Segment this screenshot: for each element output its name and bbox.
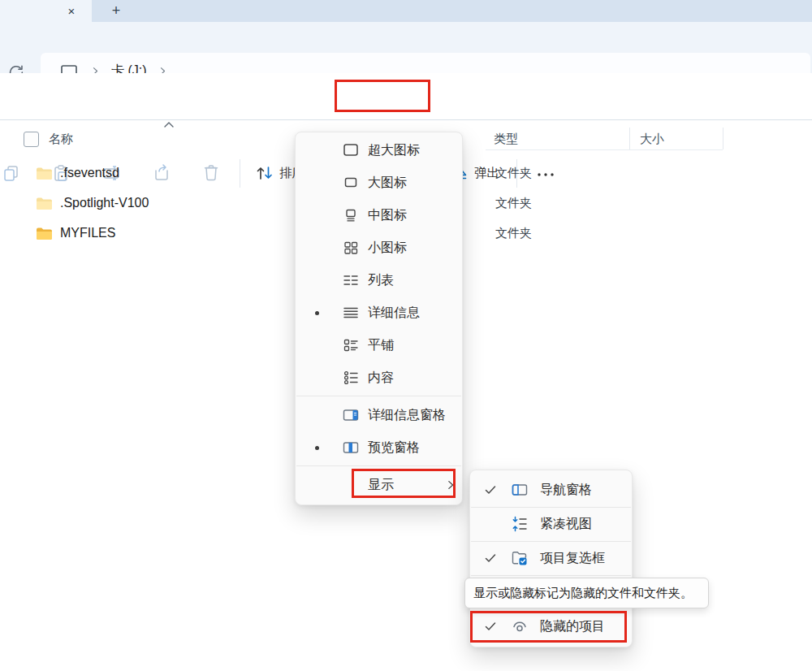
submenu-item-item-checkboxes[interactable]: 项目复选框 (470, 542, 632, 574)
menu-item-details-pane[interactable]: 详细信息窗格 (296, 399, 462, 431)
file-row[interactable]: .fseventsd (36, 163, 119, 183)
menu-item-label: 平铺 (368, 329, 394, 361)
menu-item-tiles[interactable]: 平铺 (296, 329, 462, 361)
menu-item-show[interactable]: 显示 (296, 469, 462, 501)
submenu-item-navigation-pane[interactable]: 导航窗格 (470, 474, 632, 506)
menu-item-extra-large-icons[interactable]: 超大图标 (296, 134, 462, 167)
menu-item-label: 小图标 (368, 232, 407, 264)
large-icons-icon (342, 174, 360, 192)
compact-view-icon (511, 515, 529, 533)
menu-item-label: 显示 (368, 469, 394, 501)
submenu-item-label: 导航窗格 (540, 474, 592, 506)
details-view-icon (342, 304, 360, 322)
menu-item-details[interactable]: 详细信息 (296, 297, 462, 329)
checkmark-icon (484, 620, 497, 633)
item-checkboxes-icon (511, 549, 529, 567)
sort-button[interactable] (255, 164, 273, 182)
menu-separator (471, 575, 631, 576)
sort-ascending-icon (163, 121, 175, 128)
file-row[interactable]: MYFILES (36, 223, 115, 243)
menu-item-label: 预览窗格 (368, 431, 420, 464)
file-name: MYFILES (60, 226, 115, 240)
file-name: .fseventsd (60, 166, 119, 180)
selected-bullet (315, 446, 319, 450)
submenu-item-label: 紧凑视图 (540, 508, 592, 540)
command-toolbar: A 排序 查看 弹出 (0, 73, 812, 120)
column-separator[interactable] (723, 128, 723, 149)
menu-item-label: 详细信息 (368, 297, 420, 329)
trash-icon (202, 164, 220, 182)
menu-item-label: 详细信息窗格 (368, 399, 446, 431)
menu-separator (296, 465, 461, 466)
copy-icon (2, 164, 20, 182)
new-tab-button[interactable]: + (106, 0, 126, 22)
menu-item-small-icons[interactable]: 小图标 (296, 232, 462, 264)
small-icons-icon (342, 239, 360, 257)
more-icon (536, 164, 555, 182)
preview-pane-icon (342, 439, 360, 457)
file-row[interactable]: .Spotlight-V100 (36, 193, 149, 213)
column-header-name[interactable]: 名称 (49, 132, 73, 147)
details-pane-icon (342, 406, 360, 424)
share-icon (153, 164, 171, 182)
hidden-items-eye-icon (511, 617, 529, 635)
hidden-items-tooltip: 显示或隐藏标记为隐藏的文件和文件夹。 (464, 578, 709, 608)
copy-button[interactable] (2, 164, 20, 182)
submenu-item-label: 隐藏的项目 (540, 610, 605, 643)
file-type: 文件夹 (495, 223, 532, 243)
column-separator[interactable] (629, 128, 630, 149)
menu-item-content[interactable]: 内容 (296, 361, 462, 394)
navigation-pane-icon (511, 481, 529, 499)
list-view-icon (342, 271, 360, 289)
delete-button[interactable] (202, 164, 220, 182)
file-type: 文件夹 (495, 163, 532, 183)
column-header-type[interactable]: 类型 (494, 132, 518, 147)
content-view-icon (342, 369, 360, 387)
extra-large-icons-icon (342, 141, 360, 159)
sort-icon (255, 164, 274, 182)
more-options-button[interactable] (536, 164, 554, 182)
share-button[interactable] (153, 164, 171, 182)
submenu-item-label: 项目复选框 (540, 542, 605, 574)
menu-item-label: 列表 (368, 264, 394, 297)
folder-icon (36, 167, 53, 180)
toolbar-divider (240, 159, 240, 188)
submenu-item-hidden-items[interactable]: 隐藏的项目 (470, 610, 632, 643)
tab-strip: × + (0, 0, 812, 22)
checkmark-icon (484, 552, 497, 565)
tab-close-button[interactable]: × (62, 0, 81, 22)
folder-icon (36, 227, 53, 240)
menu-item-label: 大图标 (368, 167, 407, 199)
file-name: .Spotlight-V100 (60, 196, 149, 210)
view-menu: 超大图标 大图标 中图标 小图标 列表 详细信息 (295, 132, 463, 505)
menu-item-preview-pane[interactable]: 预览窗格 (296, 431, 462, 464)
menu-item-list[interactable]: 列表 (296, 264, 462, 297)
menu-item-label: 中图标 (368, 199, 407, 232)
select-all-checkbox[interactable] (24, 132, 39, 147)
submenu-item-compact-view[interactable]: 紧凑视图 (470, 508, 632, 540)
column-header-size[interactable]: 大小 (640, 132, 664, 147)
checkmark-icon (484, 483, 497, 496)
tiles-view-icon (342, 336, 360, 354)
menu-item-label: 超大图标 (368, 134, 420, 167)
medium-icons-icon (342, 206, 360, 224)
selected-bullet (315, 311, 319, 315)
menu-separator (296, 396, 461, 396)
menu-item-large-icons[interactable]: 大图标 (296, 167, 462, 199)
header-underline (486, 149, 723, 150)
show-submenu: 导航窗格 紧凑视图 项目复选框 隐藏的项目 (469, 470, 633, 647)
folder-icon (36, 197, 53, 210)
file-type: 文件夹 (495, 193, 532, 213)
menu-item-label: 内容 (368, 361, 394, 394)
menu-item-medium-icons[interactable]: 中图标 (296, 199, 462, 232)
submenu-arrow-icon (445, 479, 456, 491)
address-row: 卡 (J:) (0, 22, 812, 73)
